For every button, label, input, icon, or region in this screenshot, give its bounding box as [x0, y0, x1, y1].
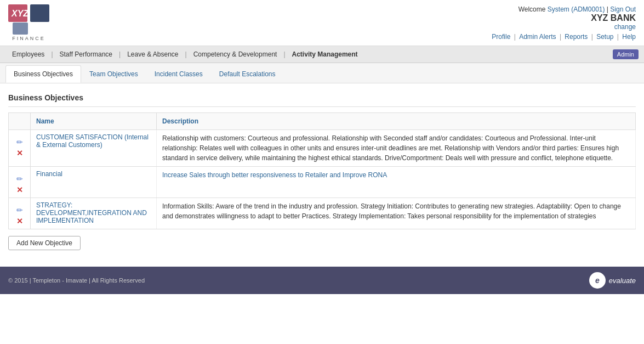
profile-link[interactable]: Profile [492, 33, 510, 41]
reports-link[interactable]: Reports [565, 33, 588, 41]
tab-default-escalations[interactable]: Default Escalations [211, 65, 284, 83]
desc-cell-2: Increase Sales through better responsive… [157, 167, 636, 198]
nav-leave-absence[interactable]: Leave & Absence [121, 46, 185, 63]
welcome-line: Welcome System (ADM0001) | Sign Out [492, 5, 636, 13]
objectives-table: Name Description ✏ ✕ CUSTOMER SATISFACTI… [8, 112, 636, 229]
change-link[interactable]: change [614, 23, 636, 31]
row2-actions: ✏ ✕ [14, 170, 25, 194]
top-links: Profile | Admin Alerts | Reports | Setup… [492, 33, 636, 41]
footer-brand-name: evaluate [609, 277, 636, 285]
bank-name: XYZ BANK [492, 13, 636, 23]
tabs-bar: Business Objectives Team Objectives Inci… [0, 63, 644, 83]
footer-brand: e evaluate [589, 272, 636, 289]
tab-team-objectives[interactable]: Team Objectives [81, 65, 146, 83]
logo-finance-text: FINANCE [12, 36, 45, 41]
logo-image: XYZ [8, 4, 49, 35]
logo-dark-block [30, 4, 49, 22]
logo-light-block [13, 22, 28, 35]
logo: XYZ FINANCE [8, 4, 49, 41]
col-name: Name [31, 113, 157, 130]
signout-link[interactable]: Sign Out [610, 5, 636, 13]
actions-cell-3: ✏ ✕ [9, 198, 31, 229]
section-title: Business Objectives [8, 89, 636, 107]
footer-copyright: © 2015 | Templeton - Imavate | All Right… [8, 277, 145, 284]
nav-competency-development[interactable]: Competency & Development [187, 46, 284, 63]
help-link[interactable]: Help [622, 33, 636, 41]
header: XYZ FINANCE Welcome System (ADM0001) | S… [0, 0, 644, 46]
table-header-row: Name Description [9, 113, 636, 130]
delete-icon-1[interactable]: ✕ [16, 149, 23, 157]
col-description: Description [157, 113, 636, 130]
desc-cell-1: Relationship with customers: Courteous a… [157, 130, 636, 167]
table-row: ✏ ✕ STRATEGY: DEVELOPMENT,INTEGRATION AN… [9, 198, 636, 229]
logo-xyz-text: XYZ [12, 9, 29, 19]
actions-cell-2: ✏ ✕ [9, 167, 31, 198]
name-cell-1: CUSTOMER SATISFACTION (Internal & Extern… [31, 130, 157, 167]
table-row: ✏ ✕ CUSTOMER SATISFACTION (Internal & Ex… [9, 130, 636, 167]
nav-staff-performance[interactable]: Staff Performance [53, 46, 119, 63]
actions-cell-1: ✏ ✕ [9, 130, 31, 167]
edit-icon-2[interactable]: ✏ [16, 174, 23, 183]
tab-incident-classes[interactable]: Incident Classes [146, 65, 211, 83]
footer-logo-icon: e [589, 272, 606, 289]
row1-actions: ✏ ✕ [14, 133, 25, 157]
col-actions [9, 113, 31, 130]
delete-icon-3[interactable]: ✕ [16, 217, 23, 225]
row3-actions: ✏ ✕ [14, 201, 25, 225]
welcome-label: Welcome [518, 5, 546, 13]
nav-employees[interactable]: Employees [5, 46, 51, 63]
admin-alerts-link[interactable]: Admin Alerts [519, 33, 556, 41]
name-cell-3: STRATEGY: DEVELOPMENT,INTEGRATION AND IM… [31, 198, 157, 229]
name-cell-2: Financial [31, 167, 157, 198]
setup-link[interactable]: Setup [596, 33, 613, 41]
edit-icon-1[interactable]: ✏ [16, 138, 23, 146]
table-row: ✏ ✕ Financial Increase Sales through bet… [9, 167, 636, 198]
admin-badge: Admin [613, 49, 639, 59]
edit-icon-3[interactable]: ✏ [16, 206, 23, 215]
main-content: Business Objectives Name Description ✏ ✕… [0, 83, 644, 256]
nav-activity-management[interactable]: Activity Management [286, 46, 364, 63]
nav-bar: Employees | Staff Performance | Leave & … [0, 46, 644, 63]
user-link[interactable]: System (ADM0001) [548, 5, 605, 13]
footer: © 2015 | Templeton - Imavate | All Right… [0, 267, 644, 294]
add-new-objective-button[interactable]: Add New Objective [8, 236, 81, 250]
delete-icon-2[interactable]: ✕ [16, 185, 23, 194]
tab-business-objectives[interactable]: Business Objectives [5, 65, 81, 83]
header-right: Welcome System (ADM0001) | Sign Out XYZ … [492, 5, 636, 41]
desc-cell-3: Information Skills: Aware of the trend i… [157, 198, 636, 229]
